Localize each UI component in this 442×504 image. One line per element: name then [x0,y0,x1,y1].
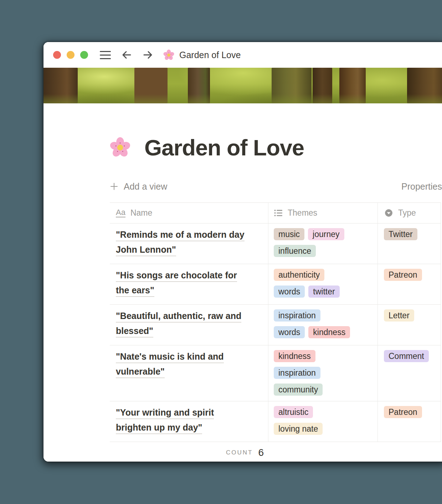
theme-tag[interactable]: journey [308,228,344,240]
theme-tag[interactable]: music [274,228,304,240]
traffic-lights [53,51,88,59]
tree-trunk [43,68,78,103]
multiselect-list-icon [274,209,283,217]
table-row[interactable]: "Nate's music is kind andvulnerable"kind… [110,345,441,401]
theme-tag[interactable]: inspiration [274,367,320,379]
column-header-themes[interactable]: Themes [268,203,378,223]
page-emoji-cherry-blossom-icon[interactable] [110,137,130,158]
row-type-cell[interactable]: Patreon [378,401,441,442]
count-label[interactable]: COUNT [226,449,253,456]
page-header: Garden of Love [110,135,442,160]
theme-tag[interactable]: altruistic [274,406,313,418]
page-title[interactable]: Garden of Love [144,135,304,160]
add-view-label: Add a view [124,181,167,192]
count-value: 6 [258,447,264,458]
row-themes-cell[interactable]: inspirationwordskindness [268,305,378,345]
window-title: Garden of Love [179,50,241,60]
tree-trunk [134,68,168,103]
column-label: Themes [288,208,317,218]
row-type-cell[interactable]: Letter [378,305,441,345]
page-content: Garden of Love Add a view Properties Aa … [43,135,442,462]
tag-line-break [274,362,372,367]
row-name-cell[interactable]: "Beautiful, authentic, raw andblessed" [110,305,268,345]
table-row[interactable]: "His songs are chocolate forthe ears"aut… [110,264,441,305]
row-title-text: "His songs are chocolate for [116,269,237,282]
add-view-button[interactable]: Add a view [110,181,167,192]
forward-arrow-icon[interactable] [142,49,154,61]
table-header-row: Aa Name Themes Type [110,202,441,223]
theme-tag[interactable]: influence [274,245,316,257]
database-table: Aa Name Themes Type [110,202,441,462]
row-title-text: brighten up my day" [116,421,202,434]
tree-trunk [407,68,442,103]
back-arrow-icon[interactable] [121,49,132,61]
type-tag[interactable]: Twitter [384,228,417,240]
close-window-button[interactable] [53,51,61,59]
row-type-cell[interactable]: Patreon [378,264,441,304]
table-footer: COUNT 6 [43,442,442,462]
zoom-window-button[interactable] [80,51,88,59]
window-titlebar[interactable]: Garden of Love [43,42,442,68]
row-themes-cell[interactable]: musicjourneyinfluence [268,223,378,264]
row-themes-cell[interactable]: kindnessinspirationcommunity [268,345,378,401]
tree-trunk [188,68,210,103]
tree-trunk [313,68,332,103]
column-header-name[interactable]: Aa Name [110,203,268,223]
row-type-cell[interactable]: Twitter [378,223,441,264]
cover-image[interactable] [43,68,442,103]
row-themes-cell[interactable]: altruisticloving nate [268,401,378,442]
tag-line-break [274,379,372,384]
column-label: Type [398,208,416,218]
select-property-icon [384,209,393,217]
row-name-cell[interactable]: "Your writing and spiritbrighten up my d… [110,401,268,442]
type-tag[interactable]: Comment [384,350,429,362]
tag-line-break [274,281,372,286]
views-toolbar: Add a view Properties [110,180,442,193]
type-tag[interactable]: Patreon [384,406,422,418]
tag-line-break [274,322,372,326]
tag-line-break [274,418,372,423]
table-body: "Reminds me of a modern dayJohn Lennon"m… [110,223,441,442]
title-property-icon: Aa [116,209,125,217]
row-name-cell[interactable]: "His songs are chocolate forthe ears" [110,264,268,304]
row-type-cell[interactable]: Comment [378,345,441,401]
tree-trunk [272,68,312,103]
table-row[interactable]: "Beautiful, authentic, raw andblessed"in… [110,305,441,345]
column-header-type[interactable]: Type [378,203,441,223]
hamburger-menu-icon[interactable] [100,51,111,59]
tag-line-break [274,240,372,245]
theme-tag[interactable]: kindness [274,350,315,362]
theme-tag[interactable]: loving nate [274,423,323,435]
theme-tag[interactable]: words [274,326,305,338]
app-window: Garden of Love [43,42,442,462]
row-title-text: "Beautiful, authentic, raw and [116,310,241,323]
desktop: { "titlebar": { "title": "Garden of Love… [0,0,442,504]
theme-tag[interactable]: words [274,286,305,298]
row-title-text: "Nate's music is kind and [116,350,224,363]
column-label: Name [130,208,152,218]
cherry-blossom-icon [163,50,174,61]
row-name-cell[interactable]: "Nate's music is kind andvulnerable" [110,345,268,401]
theme-tag[interactable]: kindness [308,326,350,338]
type-tag[interactable]: Letter [384,309,414,322]
row-title-text: "Reminds me of a modern day [116,228,245,241]
row-themes-cell[interactable]: authenticitywordstwitter [268,264,378,304]
theme-tag[interactable]: twitter [308,286,339,298]
theme-tag[interactable]: inspiration [274,309,320,322]
row-title-text: the ears" [116,284,154,297]
properties-button[interactable]: Properties [401,181,442,192]
minimize-window-button[interactable] [67,51,74,59]
table-row[interactable]: "Reminds me of a modern dayJohn Lennon"m… [110,223,441,264]
plus-icon [110,182,118,191]
tree-trunk [339,68,366,103]
theme-tag[interactable]: community [274,384,323,396]
row-title-text: vulnerable" [116,365,165,378]
row-title-text: John Lennon" [116,243,176,256]
row-name-cell[interactable]: "Reminds me of a modern dayJohn Lennon" [110,223,268,264]
theme-tag[interactable]: authenticity [274,269,324,281]
row-title-text: "Your writing and spirit [116,406,214,419]
type-tag[interactable]: Patreon [384,269,422,281]
row-title-text: blessed" [116,325,153,338]
table-row[interactable]: "Your writing and spiritbrighten up my d… [110,401,441,442]
